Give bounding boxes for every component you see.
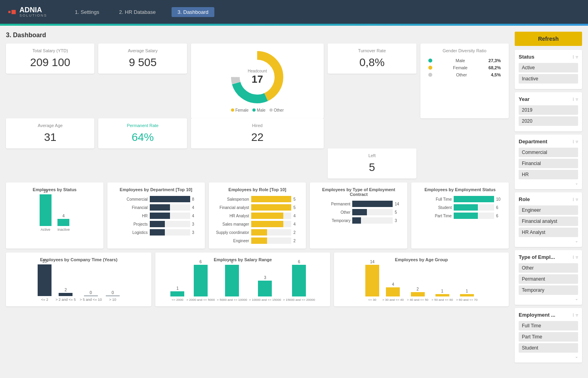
contract-bar-temporary: Temporary 3 (315, 217, 403, 224)
filter-employment-fulltime[interactable]: Full Time (519, 321, 578, 331)
filter-dept-funnel-icon[interactable]: ▿ (576, 139, 578, 144)
contract-bar-other: Other 5 (315, 209, 403, 215)
turnover-value: 0,8% (334, 56, 410, 69)
age-label-50to60: > 50 and <= 60 (431, 298, 453, 302)
role-bar-hr-analyst: HR Analyst 4 (214, 213, 302, 219)
refresh-button[interactable]: Refresh (515, 32, 582, 46)
nav-hr-database[interactable]: 2. HR Database (115, 7, 160, 17)
dept-scroll-down[interactable]: ⌄ (519, 181, 578, 185)
avg-age-value: 31 (12, 131, 88, 144)
ct-num-2to5: 2 (65, 288, 67, 292)
main-content: 3. Dashboard Total Salary (YTD) 209 100 … (6, 32, 509, 372)
age-num-50to60: 1 (441, 289, 443, 293)
avg-age-label: Average Age (12, 123, 88, 128)
ct-bar-gt10: 0 > 10 (106, 291, 120, 302)
active-bar-num: 18 (43, 189, 48, 194)
ct-bar-fill-gt10 (106, 296, 120, 296)
filter-employment-funnel-icon[interactable]: ▿ (576, 312, 578, 318)
filter-dept-header: Department ⁞ ▿ (519, 139, 578, 144)
company-time-vbar-chart: 20 <= 2 2 > 2 and <= 5 0 > 5 and <= 10 (11, 266, 147, 302)
role-fill-salesperson (251, 196, 292, 202)
nav-settings[interactable]: 1. Settings (71, 7, 103, 17)
gender-title: Gender Diversity Ratio (426, 48, 503, 53)
role-scroll-down[interactable]: ⌄ (519, 239, 578, 243)
headcount-card: Headcount 17 Female Male Other (191, 44, 324, 118)
permanent-rate-card: Permanent Rate 64% (98, 118, 187, 148)
filter-role-sort-icon[interactable]: ⁞ (573, 197, 574, 202)
sal-num-10to15k: 3 (264, 275, 266, 280)
filter-year-2019[interactable]: 2019 (519, 105, 578, 115)
filter-status-active[interactable]: Active (519, 63, 578, 72)
permanent-rate-value: 64% (104, 131, 181, 144)
filter-status-inactive[interactable]: Inactive (519, 74, 578, 84)
filter-year-2020[interactable]: 2020 (519, 116, 578, 126)
role-fill-hr-analyst (251, 213, 283, 219)
filter-year-funnel-icon[interactable]: ▿ (576, 97, 578, 102)
filter-type-empl-permanent[interactable]: Permanent (519, 274, 578, 284)
filter-icon[interactable]: ⁞ (573, 54, 574, 60)
filter-year-sort-icon[interactable]: ⁞ (573, 97, 574, 102)
role-bar-sales-manager: Sales manager 4 (214, 221, 302, 227)
funnel-icon[interactable]: ▿ (576, 54, 578, 60)
avg-age-card: Average Age 31 (6, 118, 94, 148)
female-dot (231, 108, 234, 112)
role-fill-financial-analyst (251, 204, 292, 211)
age-vbar-chart: 14 <= 30 4 > 30 and <= 40 2 > 40 and <= … (339, 266, 504, 302)
sal-fill-15to20k (292, 265, 306, 296)
filter-type-empl-header: Type of Empl... ⁞ ▿ (519, 254, 578, 260)
employees-by-role-title: Employees by Role [Top 10] (214, 187, 302, 192)
age-fill-30to40 (386, 287, 400, 296)
age-num-60to70: 1 (466, 289, 468, 293)
type-empl-scroll-down[interactable]: ⌄ (519, 296, 578, 301)
age-bar-40to50: 2 > 40 and <= 50 (407, 287, 428, 302)
filter-employment-parttime[interactable]: Part Time (519, 332, 578, 342)
employment-scroll-down[interactable]: ⌄ (519, 354, 578, 359)
dept-bar-fill-commercial (150, 196, 190, 202)
nav: 1. Settings 2. HR Database 3. Dashboard (71, 7, 214, 17)
permanent-rate-label: Permanent Rate (104, 123, 181, 128)
dept-bar-commercial: Commercial 8 (112, 196, 200, 202)
ct-bar-le2: 20 <= 2 (38, 259, 52, 302)
filter-type-empl-other[interactable]: Other (519, 263, 578, 273)
filter-role-engineer[interactable]: Engineer (519, 205, 578, 215)
sal-label-15to20k: > 15000 and <= 20000 (283, 298, 315, 302)
filter-employment-title: Employment ... (519, 312, 555, 318)
sal-fill-2to5k (194, 265, 208, 296)
age-num-40to50: 2 (416, 287, 419, 291)
dept-bar-projects: Projects 3 (112, 221, 200, 227)
filter-employment-student[interactable]: Student (519, 343, 578, 353)
inactive-bar (57, 219, 69, 226)
sal-num-le2000: 1 (176, 286, 179, 291)
filter-dept-sort-icon[interactable]: ⁞ (573, 139, 574, 144)
employees-by-contract-card: Employees by Type of Employment Contract… (310, 182, 407, 249)
filter-type-empl-sort-icon[interactable]: ⁞ (573, 255, 574, 260)
age-fill-50to60 (435, 294, 449, 296)
male-dot (252, 108, 256, 112)
ct-label-5to10: > 5 and <= 10 (80, 298, 102, 302)
filter-dept-hr[interactable]: HR (519, 170, 578, 179)
employees-by-emp-status-title: Employees by Employment Status (416, 187, 504, 192)
filter-role-hr-analyst[interactable]: HR Analyst (519, 228, 578, 237)
sal-num-15to20k: 6 (298, 260, 300, 264)
filter-dept-commercial[interactable]: Commercial (519, 148, 578, 157)
sal-bar-10to15k: 3 > 10000 and <= 15000 (249, 275, 281, 302)
filter-role-header: Role ⁞ ▿ (519, 196, 578, 202)
filter-employment-sort-icon[interactable]: ⁞ (573, 312, 574, 318)
total-salary-card: Total Salary (YTD) 209 100 (6, 44, 94, 74)
filter-status-icons: ⁞ ▿ (573, 54, 578, 60)
filter-year-header: Year ⁞ ▿ (519, 96, 578, 102)
filter-role: Role ⁞ ▿ Engineer Financial analyst HR A… (515, 192, 582, 247)
filter-role-financial-analyst[interactable]: Financial analyst (519, 217, 578, 226)
turnover-card: Turnover Rate 0,8% (328, 44, 416, 74)
filter-employment-header: Employment ... ⁞ ▿ (519, 312, 578, 318)
nav-dashboard[interactable]: 3. Dashboard (172, 7, 214, 17)
age-fill-le30 (365, 265, 379, 296)
filter-role-funnel-icon[interactable]: ▿ (576, 197, 578, 202)
ct-bar-2to5: 2 > 2 and <= 5 (55, 288, 76, 302)
filter-type-empl-funnel-icon[interactable]: ▿ (576, 255, 578, 260)
employees-by-dept-title: Employees by Department [Top 10] (112, 187, 200, 192)
filter-dept-financial[interactable]: Financial (519, 159, 578, 168)
avg-salary-value: 9 505 (104, 56, 181, 69)
sal-fill-10to15k (258, 281, 272, 296)
filter-type-empl-temporary[interactable]: Temporary (519, 285, 578, 295)
